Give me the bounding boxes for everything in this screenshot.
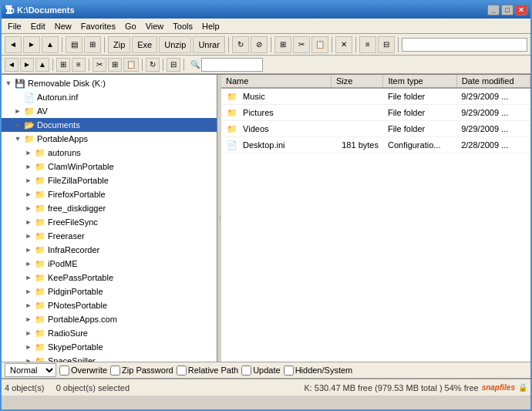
unzip-button[interactable]: Unzip [159, 36, 191, 53]
view-mode-btn[interactable]: ⊟ [167, 58, 180, 72]
tree-item-pidgin[interactable]: ► 📁 PidginPortable [2, 285, 217, 298]
tree-label: Removable Disk (K:) [28, 79, 106, 88]
paste-addr-btn[interactable]: 📋 [123, 58, 139, 72]
sep1 [62, 37, 62, 52]
col-header-type[interactable]: Item type [383, 75, 456, 88]
path-views-btn[interactable]: ⊞ [56, 58, 70, 72]
path-list-btn[interactable]: ≡ [72, 58, 86, 72]
tree-item-portableapps[interactable]: ▼ 📁 PortableApps [2, 132, 217, 146]
col-header-date[interactable]: Date modified [456, 75, 530, 88]
close-button[interactable]: ✕ [515, 5, 527, 15]
update-label: Update [253, 366, 280, 375]
table-row[interactable]: 📄 Desktop.ini 181 bytes Configuratio... … [221, 137, 530, 153]
tree-item-firefox[interactable]: ► 📁 FirefoxPortable [2, 187, 217, 201]
maximize-button[interactable]: □ [501, 5, 513, 15]
tree-item-filezilla[interactable]: ► 📁 FileZillaPortable [2, 173, 217, 187]
tree-item-autorun[interactable]: 📄 Autorun.inf [2, 90, 217, 104]
address-input[interactable] [201, 58, 263, 72]
expand-icon: ► [23, 342, 34, 352]
tree-label: FileZillaPortable [48, 176, 109, 185]
drive-info: K: 530.47 MB free (979.53 MB total ) 54%… [304, 383, 478, 392]
copy-btn[interactable]: ⊞ [274, 36, 291, 53]
search-input[interactable] [402, 38, 527, 52]
expand-icon: ► [23, 300, 34, 311]
table-row[interactable]: 📁 Videos File folder 9/29/2009 ... [221, 121, 530, 137]
tree-item-clamwin[interactable]: ► 📁 ClamWinPortable [2, 160, 217, 173]
tree-item-radiosure[interactable]: ► 📁 RadioSure [2, 326, 217, 340]
list-view-btn[interactable]: ≡ [359, 36, 376, 53]
refresh-btn[interactable]: ↻ [232, 36, 249, 53]
relative-path-checkbox[interactable]: Relative Path [177, 366, 238, 376]
exe-button[interactable]: Exe [132, 36, 157, 53]
menu-edit[interactable]: Edit [26, 20, 50, 32]
menu-tools[interactable]: Tools [168, 20, 197, 32]
table-row[interactable]: 📁 Pictures File folder 9/29/2009 ... [221, 105, 530, 121]
tree-item-diskdigger[interactable]: ► 📁 free_diskdigger [2, 201, 217, 215]
zip-password-check[interactable] [110, 366, 120, 376]
delete-btn[interactable]: ✕ [335, 36, 352, 53]
tree-item-av[interactable]: ► 📁 AV [2, 104, 217, 118]
file-date: 9/29/2009 ... [456, 88, 530, 105]
zip-password-checkbox[interactable]: Zip Password [110, 366, 173, 376]
tree-item-infrarecorder[interactable]: ► 📁 InfraRecorder [2, 243, 217, 257]
minimize-button[interactable]: _ [487, 5, 500, 15]
hidden-system-checkbox[interactable]: Hidden/System [284, 366, 353, 376]
back-addr-btn[interactable]: ◄ [5, 58, 19, 72]
up-addr-btn[interactable]: ▲ [35, 58, 49, 72]
tree-label: InfraRecorder [48, 245, 99, 254]
folder-icon: 📁 [34, 299, 46, 312]
unrar-button[interactable]: Unrar [193, 36, 225, 53]
menu-file[interactable]: File [3, 20, 26, 32]
tree-item-pnotes[interactable]: ► 📁 PNotesPortable [2, 298, 217, 312]
menu-new[interactable]: New [50, 20, 76, 32]
update-check[interactable] [241, 366, 251, 376]
sep7 [398, 37, 399, 52]
tree-item-autoruns[interactable]: ► 📁 autoruns [2, 146, 217, 160]
update-checkbox[interactable]: Update [241, 366, 280, 376]
col-header-name[interactable]: Name [221, 75, 331, 88]
folder-icon: 📁 [34, 188, 46, 200]
forward-addr-btn[interactable]: ► [20, 58, 34, 72]
hidden-system-check[interactable] [284, 366, 294, 376]
tree-item-documents[interactable]: ► 📂 Documents [2, 118, 217, 132]
tree-item-spacesniller[interactable]: ► 📁 SpaceSniller [2, 354, 217, 362]
detail-view-btn[interactable]: ⊟ [378, 36, 395, 53]
tree-item-skype[interactable]: ► 📁 SkypePortable [2, 340, 217, 354]
tree-item-portableappscom[interactable]: ► 📁 PortableApps.com [2, 312, 217, 326]
mode-select[interactable]: Normal Add Move Update Freshen Extract T… [5, 363, 56, 377]
folder-icon: 📁 [34, 202, 46, 214]
views-btn2[interactable]: ⊞ [84, 36, 101, 53]
paste-btn[interactable]: 📋 [311, 36, 328, 53]
tree-item-freeraser[interactable]: ► 📁 Freeraser [2, 229, 217, 243]
expand-icon: ▼ [3, 78, 14, 89]
views-btn1[interactable]: ▤ [66, 36, 82, 53]
expand-icon: ► [23, 161, 34, 172]
zip-button[interactable]: Zip [108, 36, 130, 53]
back-button[interactable]: ◄ [5, 36, 22, 53]
file-size [331, 105, 382, 121]
relative-path-check[interactable] [177, 366, 187, 376]
overwrite-check[interactable] [59, 366, 69, 376]
menu-favorites[interactable]: Favorites [76, 20, 120, 32]
toolbar: ◄ ► ▲ ▤ ⊞ Zip Exe Unzip Unrar ↻ ⊘ ⊞ ✂ 📋 … [2, 34, 530, 56]
menu-view[interactable]: View [141, 20, 169, 32]
cut-addr-btn[interactable]: ✂ [93, 58, 106, 72]
copy-addr-btn[interactable]: ⊞ [108, 58, 122, 72]
tree-label: ClamWinPortable [48, 162, 114, 171]
overwrite-checkbox[interactable]: Overwrite [59, 366, 107, 376]
tree-item-drive[interactable]: ▼ 💾 Removable Disk (K:) [2, 76, 217, 90]
tree-item-ipodme[interactable]: ► 📁 iPodME [2, 257, 217, 271]
forward-button[interactable]: ► [23, 36, 40, 53]
menu-help[interactable]: Help [197, 20, 224, 32]
tree-item-freefilesync[interactable]: ► 📁 FreeFileSync [2, 215, 217, 229]
up-button[interactable]: ▲ [42, 36, 59, 53]
expand-icon: ► [23, 203, 34, 214]
col-header-size[interactable]: Size [331, 75, 382, 88]
menu-go[interactable]: Go [120, 20, 141, 32]
file-date: 2/28/2009 ... [456, 137, 530, 153]
stop-btn[interactable]: ⊘ [251, 36, 268, 53]
cut-btn[interactable]: ✂ [293, 36, 310, 53]
refresh-addr-btn[interactable]: ↻ [146, 58, 160, 72]
tree-item-keepass[interactable]: ► 📁 KeePassPortable [2, 271, 217, 285]
table-row[interactable]: 📁 Music File folder 9/29/2009 ... [221, 88, 530, 105]
